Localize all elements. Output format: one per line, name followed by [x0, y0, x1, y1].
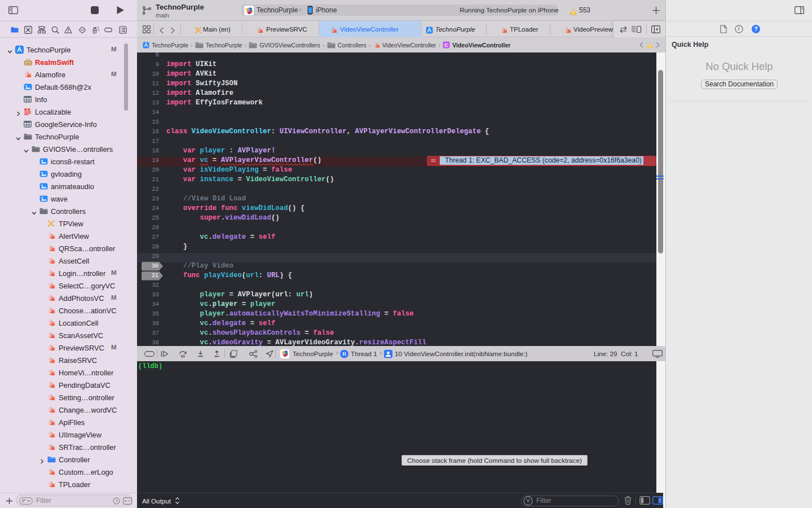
svg-text:?: ?	[754, 26, 757, 32]
svg-text:C: C	[444, 42, 448, 48]
